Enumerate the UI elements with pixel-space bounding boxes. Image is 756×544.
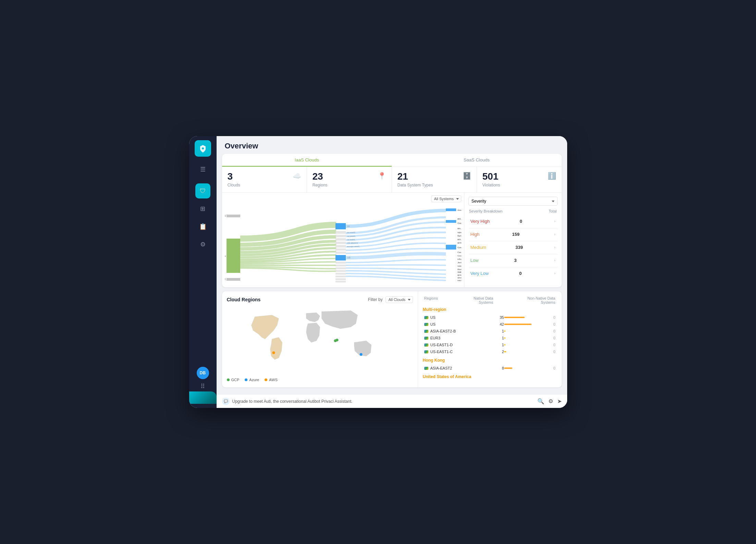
svg-text:grp_storage: grp_storage	[458, 227, 461, 229]
map-title: Cloud Regions	[227, 297, 261, 302]
chatbot-message: 💬 Upgrade to meet Auti, the conversation…	[222, 398, 353, 405]
region-useast1c-bar	[504, 351, 535, 352]
medium-count: 339	[515, 245, 523, 250]
sankey-chart: AWS GCP AZURE	[225, 204, 461, 283]
legend-aws-label: AWS	[269, 378, 278, 382]
avatar[interactable]: DB	[197, 367, 209, 379]
cloud-icon-gcp	[424, 316, 428, 319]
sidebar-item-shield[interactable]: 🛡	[195, 183, 210, 198]
region-row: US-EAST1-D 1 0	[423, 341, 557, 348]
legend-azure-label: Azure	[249, 378, 259, 382]
severity-header-row: Severity Breakdown Total	[468, 209, 558, 213]
svg-text:SMB: SMB	[458, 271, 461, 273]
sidebar-bottom: DB ⠿	[197, 367, 209, 390]
region-us2-label: US	[430, 322, 436, 326]
svg-text:Redis: Redis	[458, 268, 461, 270]
severity-filter-select[interactable]: Severity	[468, 197, 558, 206]
region-us1-label: US	[430, 315, 436, 319]
region-asia-label: ASIA-EAST2-B	[430, 329, 456, 333]
hamburger-menu[interactable]: ☰	[198, 164, 208, 175]
group-multi-region: Multi-region	[423, 307, 557, 312]
region-useast1c-count: 2	[484, 350, 504, 354]
high-count: 159	[512, 232, 520, 237]
svg-text:Amazon DynamoDB: Amazon DynamoDB	[458, 209, 461, 211]
svg-rect-2	[227, 215, 240, 217]
group-usa: United States of America	[423, 374, 557, 379]
regions-table: Regions Native Data Systems Non-Native D…	[418, 291, 562, 387]
cloud-icon-gcp	[424, 367, 428, 370]
severity-item-very-high[interactable]: Very High 0 ›	[468, 216, 558, 227]
settings-icon[interactable]: ⚙	[548, 398, 553, 404]
tab-iaas[interactable]: IaaS Clouds	[222, 154, 392, 167]
svg-text:ravendb: ravendb	[458, 265, 461, 267]
severity-breakdown-label: Severity Breakdown	[469, 209, 503, 213]
map-filter-row: Filter by All Clouds	[368, 296, 413, 303]
svg-text:azure_generic: azure_generic	[458, 277, 461, 279]
sidebar-item-dashboard[interactable]: ⊞	[195, 201, 210, 216]
region-asiaeast2-label: ASIA-EAST2	[430, 366, 452, 370]
sidebar-dots: ⠿	[200, 383, 205, 390]
sankey-filter-select[interactable]: All Systems	[431, 195, 461, 202]
very-high-label: Very High	[471, 219, 490, 224]
severity-item-low[interactable]: Low 3 ›	[468, 255, 558, 266]
region-asiaeast2-count: 8	[484, 366, 504, 370]
very-low-count: 0	[519, 271, 522, 276]
bottom-panel: Cloud Regions Filter by All Clouds	[222, 291, 562, 387]
svg-rect-18	[336, 245, 346, 247]
svg-text:AWS: AWS	[225, 214, 226, 217]
region-us2-count: 42	[484, 322, 504, 326]
region-name-useast1d: US-EAST1-D	[424, 343, 484, 347]
page-header: Overview	[217, 136, 567, 154]
data-systems-label: Data System Types	[398, 183, 433, 188]
stat-data-systems: 21 Data System Types 🗄️	[392, 167, 477, 192]
tab-saas[interactable]: SaaS Clouds	[392, 154, 562, 167]
svg-rect-22	[336, 255, 346, 261]
violations-number: 501	[483, 172, 500, 181]
region-eur3-label: EUR3	[430, 336, 440, 340]
sankey-filter: All Systems	[225, 195, 461, 202]
region-eur3-bar	[504, 337, 535, 339]
svg-rect-32	[446, 208, 456, 211]
high-label: High	[471, 232, 480, 237]
map-svg	[227, 306, 413, 375]
forward-icon[interactable]: ➤	[557, 398, 562, 404]
svg-text:Jenkins: Jenkins	[458, 262, 461, 264]
filter-label: Filter by	[368, 297, 383, 302]
world-map	[227, 306, 413, 375]
svg-rect-10	[336, 231, 346, 234]
svg-text:google_big_query: google_big_query	[458, 242, 461, 244]
cloud-filter-select[interactable]: All Clouds	[386, 296, 413, 303]
chat-bubble-icon: 💬	[222, 398, 230, 405]
svg-rect-27	[336, 270, 346, 272]
svg-rect-8	[336, 223, 346, 229]
region-us2-bar	[504, 324, 535, 325]
bottom-bar: 💬 Upgrade to meet Auti, the conversation…	[217, 394, 567, 408]
bar	[504, 344, 505, 346]
severity-item-medium[interactable]: Medium 339 ›	[468, 242, 558, 253]
svg-text:MySQL Cloud: MySQL Cloud	[458, 235, 461, 237]
low-label: Low	[471, 258, 479, 263]
sidebar-wave	[189, 391, 217, 404]
svg-point-57	[272, 351, 275, 354]
svg-rect-14	[336, 238, 346, 241]
region-us1-bar	[504, 317, 535, 318]
severity-item-high[interactable]: High 159 ›	[468, 229, 558, 240]
svg-text:AZURE: AZURE	[225, 278, 226, 281]
region-us1-non-native: 0	[535, 315, 556, 319]
azure-dot	[245, 378, 247, 381]
medium-arrow: ›	[554, 245, 555, 249]
sidebar-item-docs[interactable]: 📋	[195, 219, 210, 234]
app-logo[interactable]	[195, 140, 211, 157]
top-panel: IaaS Clouds SaaS Clouds 3 Clouds ☁️ 23	[222, 154, 562, 287]
region-useast1d-label: US-EAST1-D	[430, 343, 453, 347]
sidebar-item-settings[interactable]: ⚙	[195, 237, 210, 252]
search-icon[interactable]: 🔍	[537, 398, 544, 404]
data-systems-icon: 🗄️	[463, 172, 471, 180]
legend-azure: Azure	[245, 378, 259, 382]
region-useast1c-non-native: 0	[535, 350, 556, 354]
svg-rect-26	[336, 267, 346, 269]
svg-text:Google Cloud Storage: Google Cloud Storage	[458, 222, 461, 224]
severity-item-very-low[interactable]: Very Low 0 ›	[468, 268, 558, 279]
severity-total-label: Total	[549, 209, 557, 213]
col-native: Native Data Systems	[469, 296, 493, 304]
